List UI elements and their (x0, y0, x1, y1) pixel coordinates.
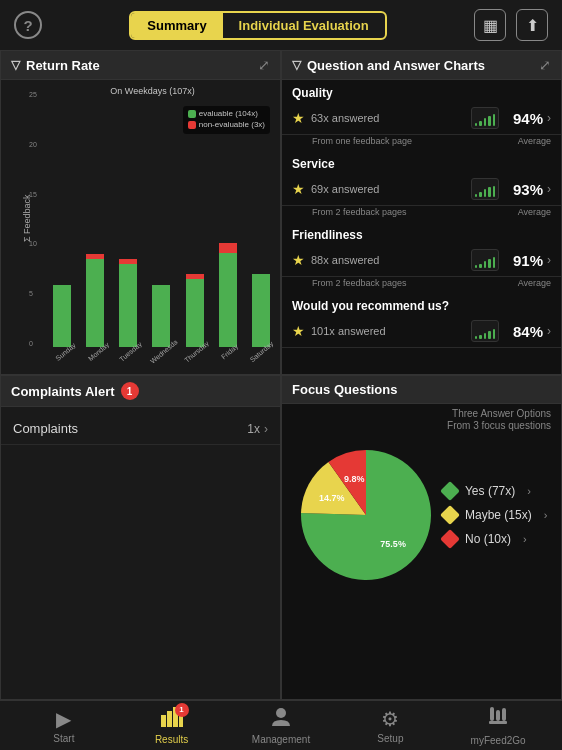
share-icon-button[interactable]: ⬆ (516, 9, 548, 41)
nav-myfeed2go[interactable]: myFeed2Go (471, 706, 526, 746)
focus-header: Focus Questions (282, 376, 561, 404)
bar-red (219, 243, 237, 253)
bottom-nav: ▶ Start 1 Results Management ⚙ Setup (0, 700, 562, 750)
main-grid: ▽ Return Rate ⤢ On Weekdays (107x) Σ Fee… (0, 50, 562, 700)
bars-area (47, 98, 276, 347)
qa-pct: 91% (507, 252, 543, 269)
expand-icon[interactable]: ⤢ (258, 57, 270, 73)
focus-questions-quadrant: Focus Questions Three Answer Options Fro… (281, 375, 562, 700)
bar-column (146, 217, 176, 347)
nav-setup[interactable]: ⚙ Setup (363, 707, 418, 744)
qa-answered-text: 101x answered (311, 325, 463, 337)
results-label: Results (155, 734, 188, 745)
qa-mini-bar (475, 123, 477, 126)
complaints-body: Complaints 1x › (1, 407, 280, 451)
myfeed2go-label: myFeed2Go (471, 735, 526, 746)
pie-label: 75.5% (380, 539, 406, 549)
qa-item[interactable]: ★ 69x answered 93% › (282, 173, 561, 206)
chart-legend: evaluable (104x) non-evaluable (3x) (183, 106, 270, 134)
x-labels: SundayMondayTuesdayWednesdayThursdayFrid… (29, 347, 276, 356)
return-rate-header: ▽ Return Rate ⤢ (1, 51, 280, 80)
qa-expand-icon[interactable]: ⤢ (539, 57, 551, 73)
focus-subtitle2: From 3 focus questions (292, 420, 551, 431)
qa-chevron-icon: › (547, 324, 551, 338)
svg-rect-6 (496, 710, 500, 721)
chart-inner: Σ Feedback 0 5 10 15 20 25 (29, 98, 276, 375)
star-icon: ★ (292, 323, 305, 339)
star-icon: ★ (292, 181, 305, 197)
qa-mini-bar (488, 187, 490, 197)
qa-mini-bar (475, 265, 477, 268)
qa-answered-text: 88x answered (311, 254, 463, 266)
qa-mini-bar (479, 192, 481, 197)
legend-non-evaluable: non-evaluable (3x) (188, 120, 265, 129)
bar-green (219, 253, 237, 347)
qa-mini-bar (484, 189, 486, 197)
pie-section: 75.5%14.7%9.8% Yes (77x) › Maybe (15x) ›… (292, 445, 551, 585)
bar-chart: On Weekdays (107x) Σ Feedback 0 5 10 15 … (1, 80, 280, 367)
legend-chevron-icon: › (544, 509, 548, 521)
pie-legend: Yes (77x) › Maybe (15x) › No (10x) › (443, 484, 547, 546)
pie-legend-item[interactable]: No (10x) › (443, 532, 547, 546)
qa-mini-chart (471, 249, 499, 271)
setup-label: Setup (377, 733, 403, 744)
qa-header: ▽ Question and Answer Charts ⤢ (282, 51, 561, 80)
qa-avg: Average (518, 278, 551, 288)
grid-icon-button[interactable]: ▦ (474, 9, 506, 41)
qa-item[interactable]: ★ 63x answered 94% › (282, 102, 561, 135)
header: ? Summary Individual Evaluation ▦ ⬆ (0, 0, 562, 50)
grid-icon: ▦ (483, 16, 498, 35)
bar-column (180, 217, 210, 347)
qa-list: Quality ★ 63x answered 94% › From one fe… (282, 80, 561, 367)
share-icon: ⬆ (526, 16, 539, 35)
qa-mini-bar (484, 333, 486, 339)
tab-group: Summary Individual Evaluation (129, 11, 386, 40)
help-button[interactable]: ? (14, 11, 42, 39)
qa-mini-bar (493, 186, 495, 197)
filter-icon: ▽ (11, 58, 20, 72)
pie-legend-item[interactable]: Maybe (15x) › (443, 508, 547, 522)
qa-mini-chart (471, 178, 499, 200)
qa-sub: From 2 feedback pages Average (282, 277, 561, 293)
complaints-badge: 1 (121, 382, 139, 400)
bar-green (119, 264, 137, 347)
star-icon: ★ (292, 252, 305, 268)
qa-charts-quadrant: ▽ Question and Answer Charts ⤢ Quality ★… (281, 50, 562, 375)
nav-start[interactable]: ▶ Start (36, 707, 91, 744)
nav-management[interactable]: Management (252, 707, 310, 745)
bar-column (113, 217, 143, 347)
qa-chevron-icon: › (547, 182, 551, 196)
return-rate-title: ▽ Return Rate (11, 58, 100, 73)
complaints-quadrant: Complaints Alert 1 Complaints 1x › (0, 375, 281, 700)
bar-column (213, 217, 243, 347)
qa-item[interactable]: ★ 101x answered 84% › (282, 315, 561, 348)
results-icon: 1 (161, 707, 183, 732)
complaint-item[interactable]: Complaints 1x › (1, 413, 280, 445)
qa-section-title: Quality (282, 80, 561, 102)
tab-summary[interactable]: Summary (131, 13, 222, 38)
star-icon: ★ (292, 110, 305, 126)
y-tick-5: 5 (29, 290, 33, 297)
management-label: Management (252, 734, 310, 745)
qa-item[interactable]: ★ 88x answered 91% › (282, 244, 561, 277)
legend-text: Yes (77x) (465, 484, 515, 498)
svg-rect-7 (502, 708, 506, 721)
qa-section-title: Would you recommend us? (282, 293, 561, 315)
tab-individual[interactable]: Individual Evaluation (223, 13, 385, 38)
qa-mini-bar (475, 194, 477, 197)
svg-rect-8 (489, 721, 507, 724)
start-label: Start (53, 733, 74, 744)
qa-mini-bar (484, 118, 486, 126)
bar-green (252, 274, 270, 347)
qa-mini-bar (493, 257, 495, 268)
qa-pct: 94% (507, 110, 543, 127)
pie-legend-item[interactable]: Yes (77x) › (443, 484, 547, 498)
header-right: ▦ ⬆ (474, 9, 548, 41)
complaints-header: Complaints Alert 1 (1, 376, 280, 407)
qa-answered-text: 69x answered (311, 183, 463, 195)
header-left: ? (14, 11, 42, 39)
y-tick-15: 15 (29, 191, 37, 198)
qa-mini-bar (493, 114, 495, 126)
qa-section-title: Service (282, 151, 561, 173)
nav-results[interactable]: 1 Results (144, 707, 199, 745)
